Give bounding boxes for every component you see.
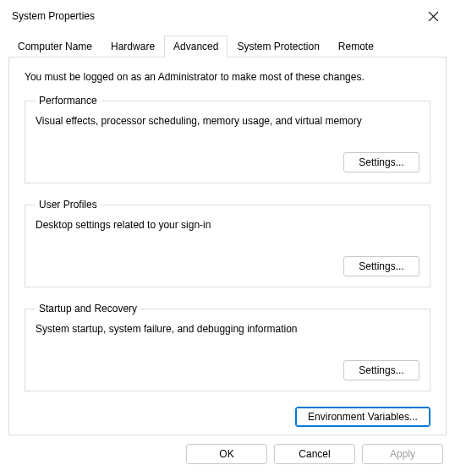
user-profiles-legend: User Profiles [36, 199, 101, 211]
startup-recovery-desc: System startup, system failure, and debu… [36, 323, 419, 335]
intro-text: You must be logged on as an Administrato… [25, 71, 430, 83]
tab-strip: Computer Name Hardware Advanced System P… [8, 36, 447, 57]
performance-settings-button[interactable]: Settings... [343, 152, 419, 172]
tab-remote[interactable]: Remote [329, 36, 383, 57]
startup-recovery-group: Startup and Recovery System startup, sys… [25, 303, 430, 391]
user-profiles-group: User Profiles Desktop settings related t… [25, 199, 430, 287]
performance-legend: Performance [36, 95, 101, 107]
window-title: System Properties [12, 10, 95, 22]
tab-advanced[interactable]: Advanced [164, 36, 228, 57]
titlebar: System Properties [0, 0, 455, 32]
dialog-button-row: OK Cancel Apply [0, 444, 455, 476]
tab-system-protection[interactable]: System Protection [228, 36, 328, 57]
performance-desc: Visual effects, processor scheduling, me… [36, 115, 419, 127]
cancel-button[interactable]: Cancel [274, 444, 355, 464]
close-icon [428, 11, 439, 22]
user-profiles-desc: Desktop settings related to your sign-in [36, 219, 419, 231]
ok-button[interactable]: OK [186, 444, 267, 464]
startup-recovery-settings-button[interactable]: Settings... [343, 360, 419, 380]
close-button[interactable] [421, 4, 445, 28]
tab-computer-name[interactable]: Computer Name [8, 36, 101, 57]
apply-button: Apply [362, 444, 443, 464]
tab-hardware[interactable]: Hardware [101, 36, 164, 57]
environment-variables-button[interactable]: Environment Variables... [295, 407, 430, 427]
tab-panel-advanced: You must be logged on as an Administrato… [8, 57, 447, 435]
performance-group: Performance Visual effects, processor sc… [25, 95, 430, 183]
user-profiles-settings-button[interactable]: Settings... [343, 256, 419, 276]
startup-recovery-legend: Startup and Recovery [36, 303, 140, 315]
